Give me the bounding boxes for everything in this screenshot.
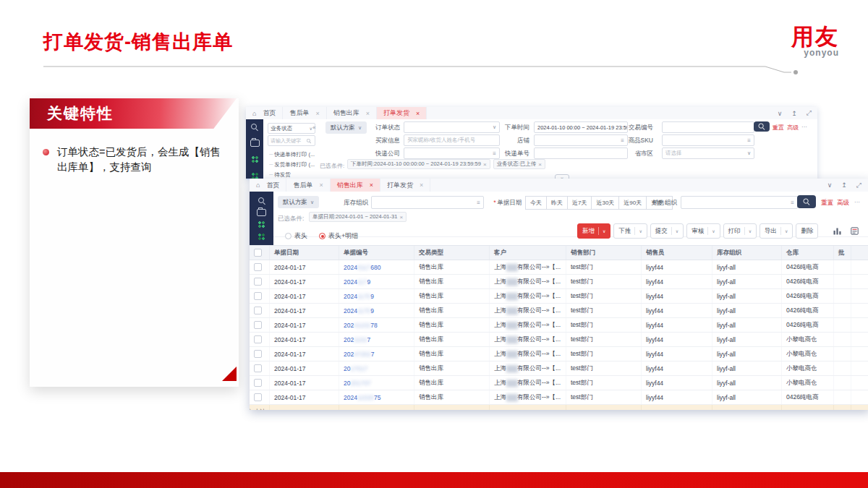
export-button[interactable]: 导出∨	[760, 223, 793, 239]
row-checkbox[interactable]	[254, 379, 262, 387]
table-row[interactable]: 2024-01-1720211027销售出库上海███有限公司--»【...te…	[250, 333, 868, 347]
doc-no-link[interactable]: 20241102075	[344, 394, 380, 401]
reset-link[interactable]: 重置	[773, 124, 784, 132]
tab-after-sale[interactable]: 售后单×	[283, 107, 326, 119]
tree-item[interactable]: ─待发货	[269, 171, 315, 179]
region-select[interactable]: 请选择 ∨	[662, 147, 754, 159]
express-co-input[interactable]: ≡	[404, 147, 500, 159]
date-range-button[interactable]: 昨天	[546, 196, 568, 210]
table-row[interactable]: 2024-01-17202411709销售出库上海███有限公司--»【...t…	[250, 304, 868, 318]
ref-picker-icon[interactable]: ≡	[791, 200, 794, 206]
table-row[interactable]: 2024-01-1720241102075销售出库上海███有限公司--»【..…	[250, 390, 868, 405]
tag-close-icon[interactable]: ×	[399, 214, 403, 221]
chart-icon[interactable]	[833, 226, 842, 236]
close-icon[interactable]: ×	[420, 181, 423, 189]
grid-green-icon[interactable]	[250, 233, 273, 241]
tree-item[interactable]: ─快递单待打印 (...	[269, 151, 315, 158]
tree-item[interactable]: ─发货单待打印 (...	[269, 161, 315, 168]
close-icon[interactable]: ×	[370, 181, 373, 189]
close-icon[interactable]: ×	[366, 110, 370, 117]
row-checkbox[interactable]	[254, 393, 262, 401]
audit-button[interactable]: 审核∨	[686, 223, 720, 239]
sku-input[interactable]: ≡	[662, 134, 754, 146]
close-icon[interactable]: ×	[315, 110, 319, 117]
advanced-link[interactable]: 高级	[787, 124, 799, 132]
tab-sales-outbound[interactable]: 销售出库×	[327, 107, 377, 119]
tag-close-icon[interactable]: ×	[538, 161, 542, 168]
print-button[interactable]: 打印∨	[723, 223, 757, 239]
tab-sales-outbound[interactable]: 销售出库×	[331, 179, 380, 192]
business-status-select[interactable]: 业务状态 ∨	[268, 123, 315, 134]
date-range-button[interactable]: 近7天	[567, 196, 592, 210]
doc-no-link[interactable]: 202411709	[344, 293, 374, 300]
table-row[interactable]: 2024-01-17202411709销售出库上海███有限公司--»【...t…	[250, 289, 868, 304]
collapse-icon[interactable]: ∨	[778, 110, 783, 117]
date-range-button[interactable]: 近30天	[591, 196, 619, 210]
search-icon[interactable]	[246, 124, 263, 131]
doc-no-link[interactable]: 202472027	[344, 351, 375, 358]
radio-header-detail[interactable]: 表头+明细	[319, 231, 358, 241]
trade-no-input[interactable]	[662, 121, 754, 133]
submit-button[interactable]: 提交∨	[650, 223, 684, 239]
row-checkbox[interactable]	[254, 350, 262, 358]
folder-icon[interactable]	[250, 209, 273, 216]
expand-icon[interactable]: ⤢	[856, 181, 861, 189]
push-down-button[interactable]: 下推∨	[613, 223, 647, 239]
table-row[interactable]: 2024-01-1720241179销售出库上海███有限公司--»【...te…	[250, 275, 868, 289]
row-checkbox[interactable]	[254, 292, 262, 300]
delete-button[interactable]: 删除	[796, 223, 818, 239]
tab-after-sale[interactable]: 售后单×	[286, 179, 330, 192]
row-checkbox[interactable]	[254, 278, 262, 286]
inventory-org-input[interactable]: ≡	[371, 196, 484, 209]
ref-picker-icon[interactable]: ≡	[747, 137, 751, 144]
buyer-info-input[interactable]: 买家昵称/收货人姓名/手机号	[404, 134, 500, 146]
default-plan-button[interactable]: 默认方案∨	[326, 121, 367, 134]
add-button[interactable]: 新增∨	[577, 223, 610, 239]
expand-icon[interactable]: ⤢	[807, 109, 812, 117]
row-checkbox[interactable]	[254, 364, 262, 372]
search-button[interactable]	[754, 121, 770, 132]
folder-icon[interactable]	[246, 140, 263, 147]
tab-print-ship[interactable]: 打单发货×	[377, 107, 427, 119]
doc-no-link[interactable]: 2017017	[344, 365, 367, 372]
advanced-link[interactable]: 高级	[837, 199, 849, 207]
table-row[interactable]: 2024-01-1720201707销售出库上海███有限公司--»【...te…	[250, 376, 868, 390]
doc-no-link[interactable]: 202411709	[344, 307, 374, 314]
collapse-icon[interactable]: ∨	[827, 181, 833, 189]
search-icon[interactable]	[250, 197, 273, 205]
search-button[interactable]	[797, 195, 816, 208]
table-row[interactable]: 2024-01-172024110278销售出库上海███有限公司--»【...…	[250, 318, 868, 333]
express-no-input[interactable]	[534, 147, 628, 159]
tab-print-ship[interactable]: 打单发货×	[380, 179, 430, 192]
sales-org-input[interactable]: ≡	[681, 196, 798, 209]
default-plan-button[interactable]: 默认方案∨	[278, 196, 319, 208]
more-actions-link[interactable]: ···	[801, 124, 807, 130]
org-green-icon[interactable]	[250, 221, 273, 228]
collapse-panel-icon[interactable]: «	[312, 124, 315, 131]
keyword-search-input[interactable]: 请输入关键字	[268, 135, 315, 146]
close-icon[interactable]: ×	[416, 110, 420, 117]
tag-close-icon[interactable]: ×	[483, 161, 487, 168]
row-checkbox[interactable]	[254, 307, 262, 314]
date-range-button[interactable]: 近90天	[618, 196, 647, 210]
date-range-button[interactable]: 今天	[525, 196, 547, 210]
doc-no-link[interactable]: 20211027	[344, 336, 370, 343]
close-icon[interactable]: ×	[319, 181, 323, 189]
order-time-range-input[interactable]: 2024-01-10 00:00 ~ 2024-01-19 23:59	[534, 121, 628, 133]
back-to-top-icon[interactable]: ↥	[841, 181, 847, 189]
reset-link[interactable]: 重置	[821, 199, 833, 207]
doc-no-link[interactable]: 20241179	[344, 278, 370, 286]
table-row[interactable]: 2024-01-17202472027销售出库上海███有限公司--»【...t…	[250, 347, 868, 361]
radio-header-only[interactable]: 表头	[285, 231, 307, 241]
report-icon[interactable]	[850, 226, 859, 236]
row-checkbox[interactable]	[254, 321, 262, 329]
table-row[interactable]: 2024-01-172017017销售出库上海███有限公司--»【...tes…	[250, 361, 868, 376]
tab-home[interactable]: ⌂首页	[250, 179, 286, 192]
order-status-select[interactable]: ∨	[404, 121, 500, 133]
back-to-top-icon[interactable]: ↥	[791, 110, 797, 117]
select-all-checkbox[interactable]	[254, 249, 262, 257]
shop-input[interactable]: ≡	[534, 134, 628, 146]
doc-no-link[interactable]: 20240117680	[344, 264, 380, 271]
ref-picker-icon[interactable]: ≡	[477, 200, 480, 206]
more-actions-link[interactable]: ···	[854, 199, 860, 205]
